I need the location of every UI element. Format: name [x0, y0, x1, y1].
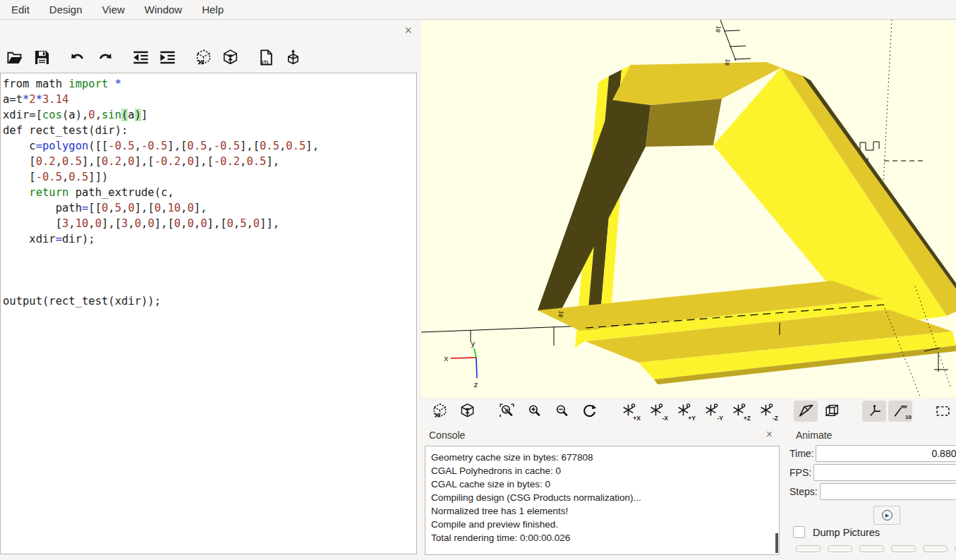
animate-panel: Animate Time:FPS:Steps: ▶ Dump Pictures [787, 424, 956, 560]
svg-text:10: 10 [723, 59, 731, 66]
display-root-button[interactable] [282, 47, 303, 68]
preview-icon [194, 48, 213, 67]
code-line: c=polygon([[-0.5,-0.5],[0.5,-0.5],[0.5,0… [3, 138, 416, 154]
console-scrollbar[interactable] [775, 533, 778, 553]
play-icon: ▶ [882, 510, 893, 521]
close-icon[interactable]: × [766, 430, 773, 439]
console-line: Total rendering time: 0:00:00.026 [431, 531, 773, 544]
view-plus-z-button[interactable]: +Z [730, 402, 748, 420]
zoom-all-icon [498, 402, 516, 420]
menu-edit[interactable]: Edit [1, 1, 40, 18]
zoom-out-button[interactable] [552, 402, 571, 420]
code-editor[interactable]: from math import *a=t*2*3.14xdir=[cos(a)… [0, 73, 417, 554]
console-log[interactable]: Geometry cache size in bytes: 677808CGAL… [425, 446, 780, 555]
editor-panel: × STL from math import *a=t*2*3.14xdir=[… [0, 20, 421, 560]
reset-view-icon [581, 402, 598, 420]
view-minus-x-button[interactable]: -X [647, 402, 665, 420]
menu-design[interactable]: Design [40, 1, 92, 18]
viewport-3d[interactable]: 10 10 10 x y z [421, 20, 956, 398]
reset-view-button[interactable] [580, 402, 598, 420]
preview-icon [431, 402, 449, 420]
animate-slot[interactable] [891, 545, 916, 552]
indent-icon [158, 48, 177, 67]
menu-help[interactable]: Help [192, 1, 234, 18]
open-button[interactable] [4, 47, 25, 68]
render-button[interactable] [458, 402, 476, 420]
perspective-button[interactable] [794, 401, 818, 422]
fps-label: FPS: [789, 467, 813, 478]
svg-text:10: 10 [714, 25, 722, 33]
code-line: return path_extrude(c, [3, 185, 416, 200]
view-plus-x-button[interactable]: +X [619, 402, 638, 420]
export-stl-button[interactable]: STL [255, 47, 277, 68]
show-axes-icon [866, 402, 883, 420]
save-icon [32, 48, 52, 67]
steps-input[interactable] [820, 483, 956, 500]
axis-y-label: y [471, 339, 476, 348]
code-line: path=[[0,5,0],[0,10,0], [3, 200, 416, 216]
console-line: Compile and preview finished. [431, 518, 773, 531]
animate-slot[interactable] [859, 545, 884, 552]
redo-button[interactable] [94, 47, 115, 68]
animate-slot[interactable] [828, 545, 852, 552]
code-line [3, 247, 416, 262]
orthogonal-icon [823, 402, 841, 420]
axis-view-inline-label: +X [633, 415, 641, 422]
show-scale-button[interactable]: 10 [888, 401, 912, 422]
code-line: from math import * [3, 76, 416, 92]
code-line: [0.2,0.5],[0.2,0],[-0.2,0],[-0.2,0.5], [3, 154, 416, 169]
render-icon [459, 402, 476, 420]
dump-pictures-row: Dump Pictures [793, 526, 880, 538]
close-icon[interactable]: × [404, 25, 412, 35]
zoom-all-button[interactable] [497, 402, 516, 420]
code-line [3, 278, 416, 293]
viewport-toolbar: +X-X+Y-Y+Z-Z10 [421, 398, 956, 424]
fps-input[interactable] [813, 464, 956, 481]
time-input[interactable] [816, 445, 956, 462]
animate-slot[interactable] [923, 545, 948, 552]
animate-title: Animate [796, 430, 832, 441]
console-line: Geometry cache size in bytes: 677808 [431, 451, 773, 464]
open-icon [6, 48, 25, 67]
play-button[interactable]: ▶ [873, 506, 900, 525]
fps-row: FPS: [789, 464, 956, 481]
zoom-in-button[interactable] [525, 402, 543, 420]
code-line: [3,10,0],[3,0,0],[0,0,0],[0,5,0]], [3, 216, 416, 231]
view-minus-y-button[interactable]: -Y [702, 402, 720, 420]
redo-icon [95, 48, 114, 67]
animate-slot[interactable] [796, 545, 821, 552]
animate-slots [796, 545, 956, 552]
export-stl-inline-label: STL [260, 60, 270, 65]
select-box-button[interactable] [933, 402, 952, 420]
view-plus-y-button[interactable]: +Y [674, 402, 693, 420]
save-button[interactable] [31, 47, 52, 68]
display-root-icon [284, 48, 303, 67]
preview-button[interactable] [430, 402, 449, 420]
unindent-button[interactable] [130, 47, 151, 68]
indent-button[interactable] [157, 47, 178, 68]
viewport-canvas[interactable]: 10 10 10 x y z [421, 20, 956, 398]
menu-window[interactable]: Window [135, 1, 192, 18]
axis-x-label: x [444, 354, 449, 363]
zoom-in-icon [526, 402, 543, 420]
console-panel: Console × Geometry cache size in bytes: … [422, 424, 783, 560]
axis-view-inline-label: +Z [744, 415, 751, 422]
preview-button[interactable] [193, 47, 214, 68]
zoom-out-icon [553, 402, 571, 420]
dump-pictures-label: Dump Pictures [813, 527, 880, 538]
code-line: xdir=[cos(a),0,sin(a)] [3, 107, 416, 123]
render-button[interactable] [219, 47, 241, 68]
orthogonal-button[interactable] [820, 401, 844, 422]
menu-bar: EditDesignViewWindowHelp [0, 0, 956, 20]
menu-view[interactable]: View [92, 1, 135, 18]
code-line: [-0.5,0.5]]) [3, 169, 416, 185]
code-line: xdir=dir); [3, 231, 416, 247]
axis-view-inline-label: -Z [773, 415, 778, 422]
undo-button[interactable] [67, 47, 88, 68]
show-axes-button[interactable] [862, 401, 886, 422]
axis-z-label: z [473, 380, 478, 389]
svg-text:10: 10 [557, 310, 564, 318]
show-scale-inline-label: 10 [905, 414, 912, 420]
view-minus-z-button[interactable]: -Z [757, 402, 775, 420]
dump-pictures-checkbox[interactable] [793, 526, 805, 538]
